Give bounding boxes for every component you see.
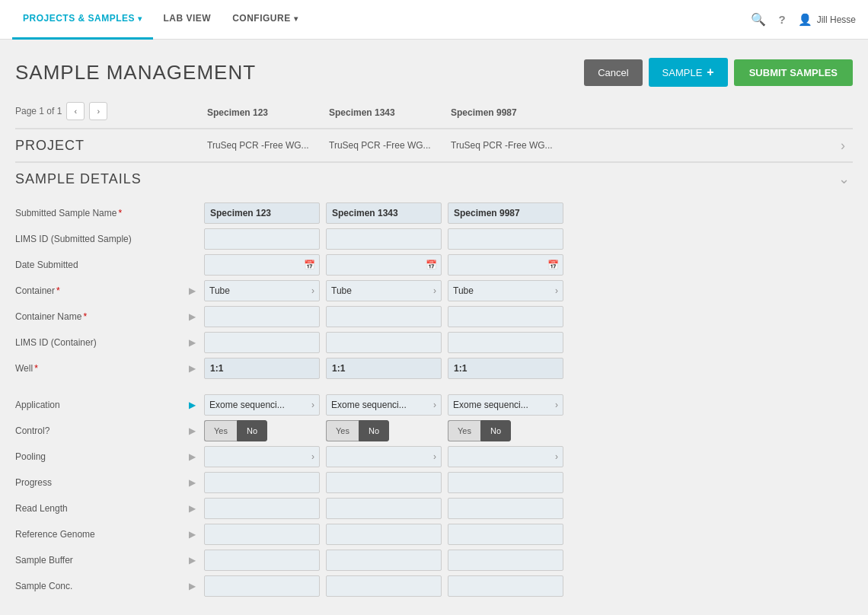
app-field-5-0 [201,522,323,546]
detail-row-6: Well *▶ [15,356,853,381]
app-row-1: Control?▶YesNoYesNoYesNo [15,419,853,443]
detail-row-3: Container *▶Tube›Tube›Tube› [15,279,853,303]
app-row-icon-7: ▶ [189,581,196,591]
project-val-2: TruSeq PCR -Free WG... [445,137,566,154]
col-header-0: Specimen 123 [201,104,323,121]
app-field-2-0: › [201,445,323,469]
app-row-icon-5: ▶ [189,529,196,540]
app-field-0-1: Exome sequenci...› [323,393,445,417]
pagination: Page 1 of 1 ‹ › [15,102,183,120]
add-sample-button[interactable]: SAMPLE + [649,58,728,87]
app-field-4-1 [323,496,445,521]
app-field-2-2: › [445,445,566,469]
app-field-5-1 [323,522,445,546]
project-label: PROJECT [15,138,183,154]
navigation: PROJECTS & SAMPLES ▾ LAB VIEW CONFIGURE … [0,0,868,40]
field-cell-1-1 [323,227,445,251]
field-cell-3-2: Tube› [445,279,566,303]
cancel-button[interactable]: Cancel [584,59,642,86]
field-cell-3-0: Tube› [201,279,323,303]
toggle-no-1-0[interactable]: No [237,420,267,441]
app-field-4-0 [201,496,323,521]
toggle-no-1-1[interactable]: No [359,420,389,441]
app-field-6-0 [201,548,323,572]
application-rows: Application▶Exome sequenci...›Exome sequ… [15,393,853,598]
app-row-icon-2: ▶ [189,451,196,462]
field-cell-2-0: 📅 [201,253,323,277]
app-field-4-2 [445,496,566,521]
sample-details-collapse-icon[interactable]: ⌄ [838,170,850,187]
app-field-2-1: › [323,445,445,469]
nav-right: 🔍 ? 👤 Jill Hesse [751,12,856,27]
row-icon-5: ▶ [189,337,196,348]
app-row-4: Read Length▶ [15,496,853,521]
toggle-yes-1-0[interactable]: Yes [204,420,237,441]
field-cell-3-1: Tube› [323,279,445,303]
sample-details-rows: Submitted Sample Name *LIMS ID (Submitte… [15,201,853,381]
project-val-1: TruSeq PCR -Free WG... [323,137,445,154]
project-val-0: TruSeq PCR -Free WG... [201,137,323,154]
field-cell-1-0 [201,227,323,251]
field-cell-4-1 [323,304,445,329]
field-cell-5-1 [323,330,445,355]
app-field-6-1 [323,548,445,572]
field-cell-0-1 [323,201,445,225]
project-expand-icon[interactable]: › [841,138,845,154]
project-section: PROJECT TruSeq PCR -Free WG... TruSeq PC… [15,128,853,161]
app-row-0: Application▶Exome sequenci...›Exome sequ… [15,393,853,417]
field-cell-0-0 [201,201,323,225]
field-cell-2-2: 📅 [445,253,566,277]
search-icon[interactable]: 🔍 [751,12,766,27]
field-cell-6-1 [323,356,445,381]
app-field-7-0 [201,574,323,598]
page-header: SAMPLE MANAGEMENT Cancel SAMPLE + SUBMIT… [15,58,853,87]
field-cell-4-0 [201,304,323,329]
field-cell-4-2 [445,304,566,329]
page-title: SAMPLE MANAGEMENT [15,61,584,84]
app-row-icon-0: ▶ [189,400,196,410]
nav-configure[interactable]: CONFIGURE ▾ [222,0,308,40]
row-icon-6: ▶ [189,363,196,374]
app-row-icon-6: ▶ [189,555,196,566]
nav-projects-samples[interactable]: PROJECTS & SAMPLES ▾ [12,0,153,40]
app-row-5: Reference Genome▶ [15,522,853,546]
app-field-3-0 [201,470,323,495]
next-page-button[interactable]: › [89,102,107,120]
detail-row-0: Submitted Sample Name * [15,201,853,225]
prev-page-button[interactable]: ‹ [66,102,85,120]
col-header-1: Specimen 1343 [323,104,445,121]
plus-icon: + [707,65,713,79]
sample-details-label: SAMPLE DETAILS [15,171,183,187]
field-cell-1-2 [445,227,566,251]
app-field-7-1 [323,574,445,598]
app-field-7-2 [445,574,566,598]
sample-details-section: SAMPLE DETAILS ⌄ [15,161,853,195]
page-content: SAMPLE MANAGEMENT Cancel SAMPLE + SUBMIT… [0,40,868,615]
row-icon-4: ▶ [189,311,196,322]
col-header-2: Specimen 9987 [445,104,566,121]
user-menu[interactable]: 👤 Jill Hesse [798,13,856,27]
app-row-7: Sample Conc.▶ [15,574,853,598]
field-cell-2-1: 📅 [323,253,445,277]
toggle-yes-1-1[interactable]: Yes [326,420,359,441]
field-cell-6-0 [201,356,323,381]
app-field-3-1 [323,470,445,495]
app-field-3-2 [445,470,566,495]
nav-lab-view[interactable]: LAB VIEW [153,0,222,40]
app-field-5-2 [445,522,566,546]
toggle-yes-1-2[interactable]: Yes [448,420,480,441]
chevron-down-icon: ▾ [294,14,298,23]
app-field-6-2 [445,548,566,572]
detail-row-2: Date Submitted📅📅📅 [15,253,853,277]
app-row-6: Sample Buffer▶ [15,548,853,572]
field-cell-5-2 [445,330,566,355]
user-icon: 👤 [798,13,812,27]
help-icon[interactable]: ? [778,13,785,26]
field-cell-6-2 [445,356,566,381]
app-row-3: Progress▶ [15,470,853,495]
toggle-no-1-2[interactable]: No [480,420,511,441]
row-icon-3: ▶ [189,285,196,296]
submit-samples-button[interactable]: SUBMIT SAMPLES [734,59,853,86]
field-cell-0-2 [445,201,566,225]
app-field-0-2: Exome sequenci...› [445,393,566,417]
